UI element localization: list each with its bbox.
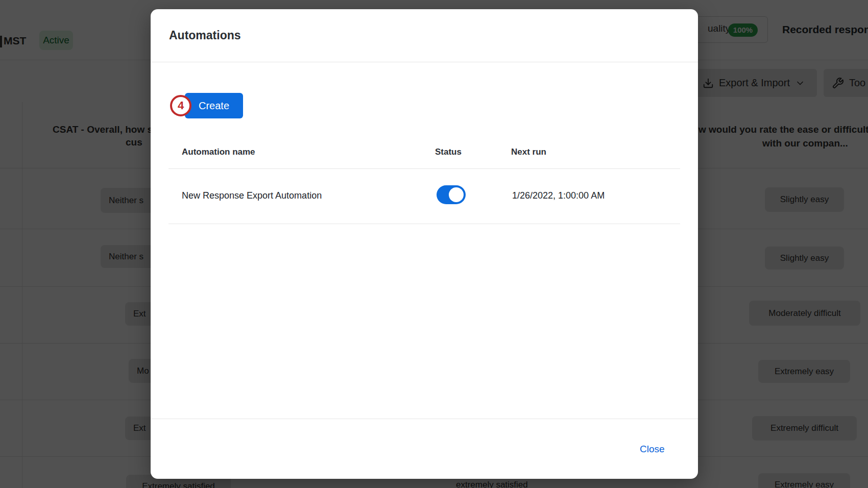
next-run-value: 1/26/2022, 1:00:00 AM — [512, 190, 605, 201]
modal-header-divider — [151, 62, 698, 62]
modal-footer-divider — [151, 419, 698, 419]
automation-name: New Response Export Automation — [182, 190, 322, 201]
column-header-status: Status — [435, 147, 462, 157]
app-root: MST Active uality 100% Recorded respons … — [0, 0, 868, 488]
table-divider — [168, 224, 680, 224]
modal-title: Automations — [169, 9, 241, 62]
create-button[interactable]: Create — [185, 93, 243, 118]
status-toggle[interactable] — [437, 185, 466, 204]
step-4-marker: 4 — [170, 95, 191, 116]
close-button[interactable]: Close — [640, 444, 665, 455]
automations-modal: Automations 4 Create Automation name Sta… — [151, 9, 698, 479]
table-divider — [168, 168, 680, 169]
column-header-automation-name: Automation name — [182, 147, 255, 157]
toggle-knob — [449, 187, 464, 202]
column-header-next-run: Next run — [511, 147, 546, 157]
